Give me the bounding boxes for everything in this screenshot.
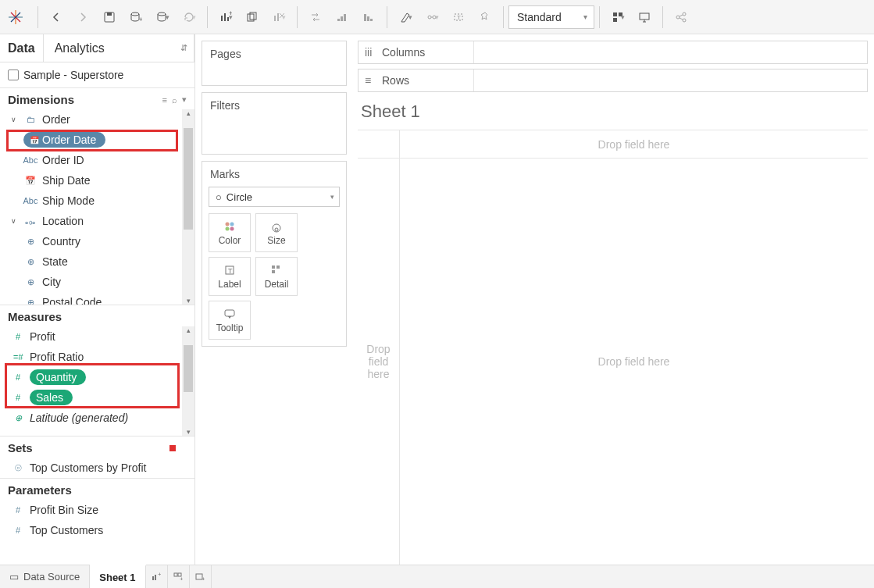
field-profit[interactable]: #Profit xyxy=(0,326,194,347)
field-set-topcust[interactable]: ⦾Top Customers by Profit xyxy=(0,458,194,478)
field-sales[interactable]: #Sales xyxy=(0,387,194,408)
tab-datasource[interactable]: ▭Data Source xyxy=(0,565,90,588)
field-country[interactable]: ⊕Country xyxy=(0,231,194,251)
sheet-title[interactable]: Sheet 1 xyxy=(358,97,868,130)
data-pane: Data Analytics Sample - Superstore Dimen… xyxy=(0,34,195,565)
marks-label[interactable]: TLabel xyxy=(209,257,251,296)
svg-point-25 xyxy=(428,16,431,19)
view-area[interactable]: Drop field here Drop field here Drop fie… xyxy=(358,130,868,565)
tableau-logo-icon xyxy=(5,6,27,28)
share-button[interactable] xyxy=(668,4,694,30)
field-ship-date[interactable]: 📅Ship Date xyxy=(0,170,194,191)
columns-shelf[interactable]: iiiColumns xyxy=(358,41,868,64)
field-profit-ratio[interactable]: =#Profit Ratio xyxy=(0,347,194,367)
folder-location[interactable]: ∨ₒ₀ₒLocation xyxy=(0,211,194,231)
svg-text:+: + xyxy=(180,576,183,582)
menu-caret-icon[interactable]: ▾ xyxy=(182,94,187,105)
analytics-tab[interactable]: Analytics xyxy=(44,34,194,62)
labels-button[interactable]: T xyxy=(445,4,472,30)
pages-shelf[interactable]: Pages xyxy=(202,41,347,86)
svg-point-33 xyxy=(676,16,680,19)
drop-main-hint: Drop field here xyxy=(400,159,868,565)
field-ship-mode[interactable]: AbcShip Mode xyxy=(0,191,194,211)
highlight-button[interactable]: ▾ xyxy=(392,4,419,30)
datasource-item[interactable]: Sample - Superstore xyxy=(0,62,194,87)
svg-rect-19 xyxy=(337,19,340,21)
datasource-label: Sample - Superstore xyxy=(23,69,123,81)
set-icon: ⦾ xyxy=(11,463,25,473)
field-order-date[interactable]: 📅Order Date xyxy=(0,130,194,150)
marks-type-selector[interactable]: ○Circle xyxy=(209,187,340,207)
presentation-button[interactable] xyxy=(631,4,658,30)
field-city[interactable]: ⊕City xyxy=(0,272,194,292)
color-icon xyxy=(223,219,236,233)
marks-tooltip[interactable]: Tooltip xyxy=(209,301,251,340)
field-quantity[interactable]: #Quantity xyxy=(0,367,194,387)
autoupdate-button[interactable]: ▾ xyxy=(149,4,176,30)
abc-icon: Abc xyxy=(23,196,37,205)
svg-rect-23 xyxy=(367,16,369,21)
svg-text:T: T xyxy=(457,14,461,21)
data-tab[interactable]: Data xyxy=(0,34,44,62)
view-pane: iiiColumns ≡Rows Sheet 1 Drop field here… xyxy=(351,34,874,565)
hash-icon: # xyxy=(11,332,25,341)
marks-detail[interactable]: Detail xyxy=(255,257,298,296)
svg-point-36 xyxy=(226,223,230,226)
measures-scrollbar[interactable] xyxy=(182,326,194,436)
search-icon[interactable]: ⌕ xyxy=(172,95,177,105)
show-me-button[interactable]: ▾ xyxy=(605,4,631,30)
refresh-button[interactable]: ▾ xyxy=(176,4,202,30)
drop-rows-hint: Drop field here xyxy=(358,159,400,565)
field-order-id[interactable]: AbcOrder ID xyxy=(0,150,194,170)
sort-asc-button[interactable] xyxy=(329,4,355,30)
filters-shelf[interactable]: Filters xyxy=(202,92,347,155)
rows-shelf[interactable]: ≡Rows xyxy=(358,69,868,92)
svg-rect-44 xyxy=(272,265,275,269)
field-state[interactable]: ⊕State xyxy=(0,251,194,272)
svg-rect-47 xyxy=(225,310,234,316)
marks-size[interactable]: Size xyxy=(255,213,298,252)
marks-color[interactable]: Color xyxy=(209,213,251,252)
field-postal-code[interactable]: ⊕Postal Code xyxy=(0,292,194,305)
highlight-square xyxy=(169,445,176,451)
fit-label: Standard xyxy=(517,11,562,23)
clear-sheet-button[interactable]: ▾ xyxy=(266,4,292,30)
save-button[interactable] xyxy=(96,4,123,30)
new-story-tab[interactable]: + xyxy=(190,565,212,588)
new-dashboard-tab[interactable]: + xyxy=(168,565,190,588)
field-latitude-gen[interactable]: ⊕Latitude (generated) xyxy=(0,408,194,428)
new-datasource-button[interactable]: + xyxy=(123,4,149,30)
datasource-icon xyxy=(8,69,19,80)
svg-rect-46 xyxy=(272,270,275,273)
fit-selector[interactable]: Standard xyxy=(508,5,594,29)
globe-icon: ⊕ xyxy=(23,277,37,287)
back-button[interactable] xyxy=(43,4,70,30)
svg-rect-20 xyxy=(341,16,343,21)
cards-pane: Pages Filters Marks ○Circle Color Size T… xyxy=(195,34,351,565)
svg-point-8 xyxy=(158,12,166,16)
hash-icon: # xyxy=(11,372,25,382)
svg-point-38 xyxy=(226,227,230,231)
swap-button[interactable] xyxy=(302,4,329,30)
svg-rect-48 xyxy=(152,576,154,580)
group-button[interactable]: ▾ xyxy=(419,4,445,30)
globe-icon: ⊕ xyxy=(23,237,37,247)
sort-desc-button[interactable] xyxy=(355,4,382,30)
pin-button[interactable] xyxy=(472,4,498,30)
view-icon[interactable]: ≡ xyxy=(162,95,167,105)
dimensions-scrollbar[interactable] xyxy=(182,109,194,305)
field-param-profitbin[interactable]: #Profit Bin Size xyxy=(0,500,194,520)
new-worksheet-button[interactable]: +▾ xyxy=(212,4,239,30)
folder-order[interactable]: ∨🗀Order xyxy=(0,109,194,130)
duplicate-button[interactable] xyxy=(239,4,266,30)
field-param-topcust[interactable]: #Top Customers xyxy=(0,520,194,540)
sheet-tab-bar: ▭Data Source Sheet 1 + + + xyxy=(0,565,874,588)
svg-text:T: T xyxy=(228,267,233,275)
globe-icon: ⊕ xyxy=(11,413,25,423)
svg-text:+: + xyxy=(139,16,142,23)
svg-rect-22 xyxy=(364,14,366,21)
tab-sheet1[interactable]: Sheet 1 xyxy=(90,565,145,588)
label-icon: T xyxy=(223,263,236,277)
new-worksheet-tab[interactable]: + xyxy=(146,565,168,588)
forward-button[interactable] xyxy=(70,4,96,30)
